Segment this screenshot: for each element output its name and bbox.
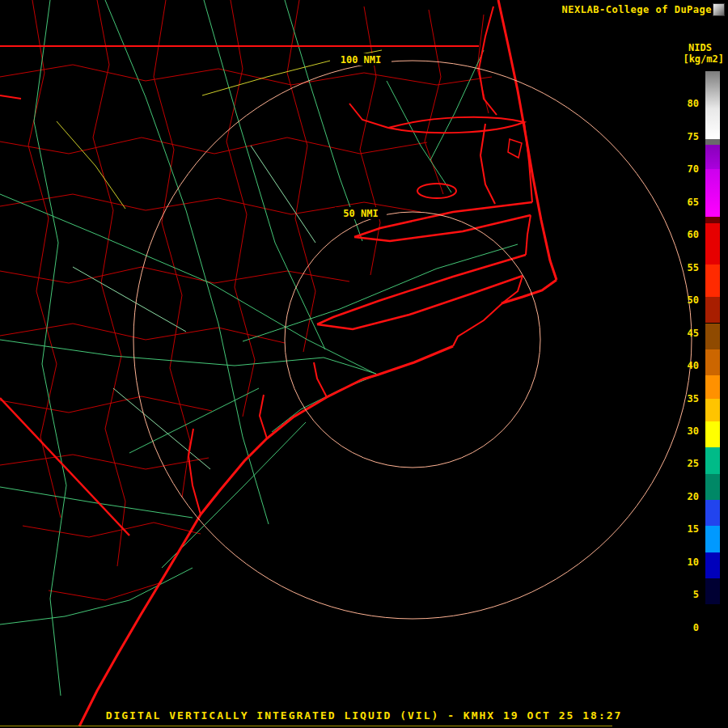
- colorbar-tick-label: 20: [688, 492, 699, 502]
- colorbar-segment: [705, 169, 720, 216]
- radar-map: 50 NMI 100 NMI: [0, 0, 728, 728]
- colorbar-tick-label: 40: [688, 361, 699, 370]
- scale-title: NIDS: [688, 42, 712, 53]
- colorbar: [705, 71, 720, 647]
- colorbar-segment: [705, 145, 720, 170]
- scale-units: [kg/m2]: [683, 53, 724, 65]
- colorbar-tick-label: 5: [693, 590, 699, 599]
- brand-text: NEXLAB-College of DuPage: [562, 4, 712, 15]
- colorbar-segment: [705, 552, 720, 578]
- colorbar-tick-label: 35: [688, 394, 699, 404]
- colorbar-segment: [705, 265, 720, 297]
- nexlab-logo-icon: [713, 3, 725, 16]
- radar-display: 50 NMI 100 NMI NEXLAB-College of DuPage …: [0, 0, 728, 728]
- colorbar-tick-label: 65: [688, 197, 699, 207]
- colorbar-tick-label: 15: [688, 524, 699, 534]
- colorbar-segment: [705, 578, 720, 604]
- colorbar-segment: [705, 474, 720, 500]
- colorbar-segment: [705, 324, 720, 349]
- colorbar-segment: [705, 217, 720, 223]
- ring-label-100nmi: 100 NMI: [341, 54, 382, 66]
- range-ring-50nmi: [285, 212, 540, 468]
- colorbar-ticks: 80757065605550454035302520151050: [676, 71, 699, 647]
- colorbar-segment: [705, 526, 720, 552]
- colorbar-tick-label: 50: [688, 295, 699, 305]
- colorbar-tick-label: 70: [688, 164, 699, 174]
- roads: [0, 0, 518, 696]
- colorbar-tick-label: 30: [688, 426, 699, 436]
- colorbar-segment: [705, 297, 720, 323]
- colorbar-segment: [705, 375, 720, 398]
- colorbar-tick-label: 0: [693, 623, 699, 633]
- colorbar-segment: [705, 500, 720, 526]
- range-ring-labels: 50 NMI 100 NMI: [330, 53, 392, 219]
- colorbar-segment: [705, 604, 720, 647]
- colorbar-tick-label: 60: [688, 230, 699, 239]
- colorbar-tick-label: 45: [688, 328, 699, 338]
- highways: [57, 50, 382, 209]
- colorbar-tick-label: 25: [688, 459, 699, 468]
- colorbar-segment: [705, 223, 720, 265]
- colorbar-tick-label: 75: [688, 132, 699, 142]
- caption-underline: [0, 726, 612, 726]
- range-ring-100nmi: [133, 61, 692, 619]
- county-boundaries: [0, 0, 492, 600]
- colorbar-segment: [705, 421, 720, 447]
- range-rings: [133, 61, 692, 619]
- colorbar-tick-label: 80: [688, 99, 699, 108]
- colorbar-segment: [705, 447, 720, 473]
- colorbar-tick-label: 55: [688, 263, 699, 273]
- colorbar-tick-label: 10: [688, 557, 699, 567]
- colorbar-segment: [705, 349, 720, 375]
- colorbar-segment: [705, 71, 720, 139]
- product-caption: DIGITAL VERTICALLY INTEGRATED LIQUID (VI…: [0, 709, 728, 722]
- ring-label-50nmi: 50 NMI: [343, 208, 378, 219]
- colorbar-segment: [705, 399, 720, 421]
